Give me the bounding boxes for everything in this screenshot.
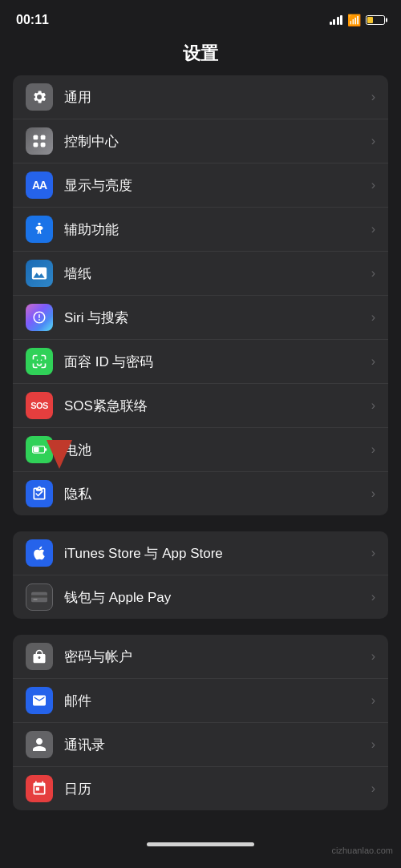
- status-time: 00:11: [16, 13, 49, 27]
- sos-icon: SOS: [26, 392, 53, 419]
- general-label: 通用: [64, 88, 365, 107]
- control-center-chevron: ›: [371, 134, 375, 148]
- contacts-icon: [26, 731, 53, 758]
- settings-row-contacts[interactable]: 通讯录 ›: [13, 723, 388, 767]
- settings-row-battery[interactable]: 电池 ›: [13, 428, 388, 472]
- calendar-chevron: ›: [371, 781, 375, 796]
- svg-point-6: [37, 360, 38, 361]
- svg-rect-2: [34, 143, 38, 147]
- wallet-label: 钱包与 Apple Pay: [64, 588, 365, 607]
- home-indicator: [147, 842, 254, 846]
- settings-row-faceid[interactable]: 面容 ID 与密码 ›: [13, 340, 388, 384]
- svg-point-4: [38, 223, 40, 225]
- settings-row-calendar[interactable]: 日历 ›: [13, 767, 388, 810]
- svg-rect-11: [34, 447, 39, 452]
- signal-icon: [330, 15, 343, 25]
- calendar-label: 日历: [64, 780, 365, 798]
- svg-point-7: [41, 360, 43, 361]
- settings-row-mail[interactable]: 邮件 ›: [13, 679, 388, 723]
- section-general: 通用 › 控制中心 › AA 显示与亮度 › 辅助功能: [13, 75, 388, 515]
- settings-row-wallpaper[interactable]: 墙纸 ›: [13, 252, 388, 296]
- home-indicator-area: [0, 826, 401, 868]
- settings-row-itunes[interactable]: iTunes Store 与 App Store ›: [13, 531, 388, 575]
- faceid-label: 面容 ID 与密码: [64, 353, 365, 371]
- section-store: iTunes Store 与 App Store › 钱包与 Apple Pay…: [13, 531, 388, 619]
- passwords-chevron: ›: [371, 649, 375, 664]
- passwords-icon: [26, 643, 53, 670]
- svg-rect-14: [34, 599, 38, 600]
- accessibility-label: 辅助功能: [64, 220, 365, 239]
- accessibility-icon: [26, 216, 53, 243]
- wallpaper-label: 墙纸: [64, 264, 365, 283]
- faceid-chevron: ›: [371, 354, 375, 369]
- privacy-icon: [26, 480, 53, 507]
- settings-row-display[interactable]: AA 显示与亮度 ›: [13, 164, 388, 208]
- sos-label: SOS紧急联络: [64, 397, 365, 415]
- mail-chevron: ›: [371, 693, 375, 708]
- wallpaper-icon: [26, 260, 53, 287]
- privacy-label: 隐私: [64, 485, 365, 503]
- wallet-icon: [26, 583, 53, 611]
- display-chevron: ›: [371, 178, 375, 192]
- svg-rect-3: [41, 143, 46, 147]
- contacts-chevron: ›: [371, 737, 375, 752]
- svg-rect-10: [45, 448, 47, 450]
- accessibility-chevron: ›: [371, 222, 375, 236]
- general-icon: [26, 83, 53, 111]
- status-bar: 00:11 📶: [0, 0, 401, 35]
- battery-label: 电池: [64, 441, 365, 459]
- status-icons: 📶: [330, 14, 386, 26]
- display-label: 显示与亮度: [64, 176, 365, 195]
- passwords-label: 密码与帐户: [64, 648, 365, 666]
- siri-label: Siri 与搜索: [64, 309, 365, 327]
- svg-rect-1: [41, 135, 46, 140]
- wallet-chevron: ›: [371, 590, 375, 604]
- wallpaper-chevron: ›: [371, 266, 375, 281]
- control-center-icon: [26, 127, 53, 155]
- faceid-icon: [26, 348, 53, 375]
- siri-chevron: ›: [371, 310, 375, 325]
- settings-row-accessibility[interactable]: 辅助功能 ›: [13, 208, 388, 252]
- svg-rect-13: [31, 595, 47, 598]
- sos-chevron: ›: [371, 398, 375, 413]
- page-title: 设置: [0, 35, 401, 75]
- battery-status-icon: [366, 15, 385, 25]
- settings-row-control-center[interactable]: 控制中心 ›: [13, 119, 388, 164]
- settings-row-siri[interactable]: Siri 与搜索 ›: [13, 296, 388, 340]
- general-chevron: ›: [371, 90, 375, 104]
- privacy-chevron: ›: [371, 486, 375, 501]
- calendar-icon: [26, 775, 53, 802]
- svg-rect-0: [34, 135, 38, 140]
- battery-icon: [26, 436, 53, 463]
- mail-label: 邮件: [64, 692, 365, 710]
- battery-chevron: ›: [371, 442, 375, 457]
- siri-icon: [26, 304, 53, 331]
- display-icon: AA: [26, 172, 53, 199]
- contacts-label: 通讯录: [64, 736, 365, 754]
- section-apps: 密码与帐户 › 邮件 › 通讯录 › 日历 ›: [13, 635, 388, 810]
- settings-row-privacy[interactable]: 隐私 ›: [13, 472, 388, 515]
- itunes-icon: [26, 539, 53, 567]
- itunes-label: iTunes Store 与 App Store: [64, 544, 365, 563]
- wifi-icon: 📶: [347, 14, 361, 26]
- control-center-label: 控制中心: [64, 132, 365, 151]
- mail-icon: [26, 687, 53, 714]
- settings-row-sos[interactable]: SOS SOS紧急联络 ›: [13, 384, 388, 428]
- settings-row-passwords[interactable]: 密码与帐户 ›: [13, 635, 388, 679]
- settings-row-general[interactable]: 通用 ›: [13, 75, 388, 119]
- settings-row-wallet[interactable]: 钱包与 Apple Pay ›: [13, 575, 388, 619]
- itunes-chevron: ›: [371, 546, 375, 560]
